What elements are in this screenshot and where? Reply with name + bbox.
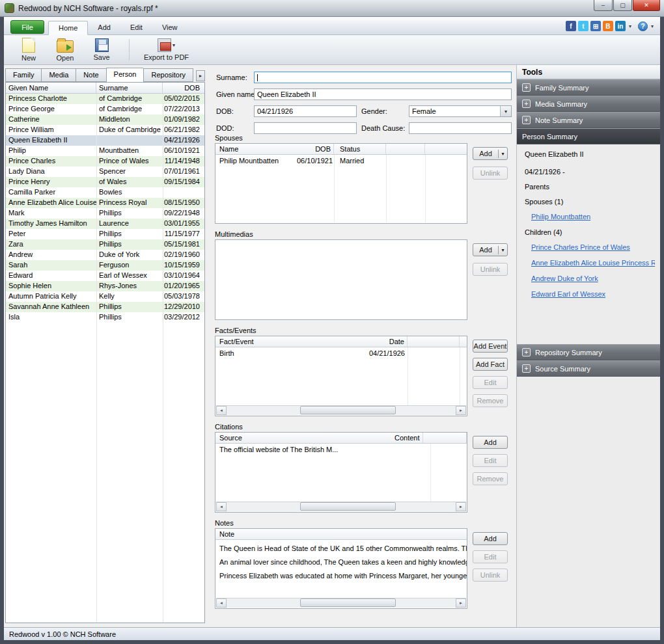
list-tab[interactable]: Repository (143, 68, 193, 82)
note-row[interactable]: The Queen is Head of State of the UK and… (215, 542, 467, 556)
child-link[interactable]: Edward Earl of Wessex (531, 290, 655, 298)
summary-section-header[interactable]: + Note Summary (517, 112, 660, 128)
summary-section-header[interactable]: + Family Summary (517, 79, 660, 96)
twitter-icon[interactable]: t (578, 21, 588, 31)
facts-remove-button[interactable]: Remove (473, 394, 508, 407)
citation-col-source[interactable]: Source (215, 433, 360, 443)
person-row[interactable]: Queen Elizabeth II 04/21/1926 (6, 135, 204, 146)
share-icon[interactable]: ⊞ (590, 21, 601, 31)
close-button[interactable]: ✕ (633, 0, 660, 11)
help-icon[interactable]: ? (638, 21, 648, 31)
person-row[interactable]: Prince William Duke of Cambridge 06/21/1… (6, 125, 204, 135)
fact-col-date[interactable]: Date (320, 336, 408, 347)
spouse-link[interactable]: Philip Mountbatten (531, 213, 655, 221)
fact-row[interactable]: Birth 04/21/1926 (215, 347, 467, 359)
spouse-row[interactable]: Philip Mountbatten 06/10/1921 Married (215, 155, 467, 167)
summary-section-header[interactable]: + Repository Summary (517, 344, 660, 360)
person-row[interactable]: Mark Phillips 09/22/1948 (6, 208, 204, 219)
scroll-thumb[interactable] (300, 502, 396, 511)
horizontal-scrollbar[interactable]: ◄ ► (216, 598, 466, 608)
scroll-right-arrow[interactable]: ► (456, 598, 466, 608)
note-col[interactable]: Note (215, 529, 467, 539)
menu-tab[interactable]: View (152, 20, 187, 34)
list-tab[interactable]: Family (5, 68, 41, 82)
scroll-track[interactable] (227, 406, 456, 415)
scroll-thumb[interactable] (300, 598, 396, 607)
save-button[interactable]: Save (83, 36, 120, 63)
person-row[interactable]: Sophie Helen Rhys-Jones 01/20/1965 (6, 281, 204, 291)
add-event-button[interactable]: Add Event (473, 340, 508, 353)
blogger-icon[interactable]: B (603, 21, 613, 31)
maximize-button[interactable]: ▢ (613, 0, 632, 11)
scroll-left-arrow[interactable]: ◄ (216, 406, 227, 415)
scroll-right-arrow[interactable]: ► (456, 502, 466, 511)
dob-input[interactable] (254, 105, 357, 117)
person-row[interactable]: Andrew Duke of York 02/19/1960 (6, 250, 204, 260)
horizontal-scrollbar[interactable]: ◄ ► (216, 405, 466, 415)
person-row[interactable]: Isla Phillips 03/29/2012 (6, 312, 204, 323)
scroll-right-arrow[interactable]: ► (456, 406, 466, 415)
death-cause-input[interactable] (409, 122, 512, 134)
titlebar[interactable]: Redwood by NCH Software - royals.rpf * –… (0, 0, 664, 17)
export-dropdown-arrow-icon[interactable]: ▾ (173, 42, 175, 48)
summary-section-header[interactable]: + Media Summary (517, 96, 660, 112)
dod-input[interactable] (254, 122, 357, 134)
person-row[interactable]: Lady Diana Spencer 07/01/1961 (6, 167, 204, 177)
child-link[interactable]: Prince Charles Prince of Wales (531, 243, 655, 251)
list-tab[interactable]: Note (76, 68, 105, 82)
person-row[interactable]: Prince George of Cambridge 07/22/2013 (6, 104, 204, 114)
person-row[interactable]: Savannah Anne Kathleen Phillips 12/29/20… (6, 302, 204, 312)
chevron-down-icon[interactable]: ▾ (500, 106, 511, 116)
new-button[interactable]: New (10, 36, 47, 63)
list-tab[interactable]: Media (41, 68, 76, 82)
surname-input[interactable] (254, 72, 512, 83)
note-row[interactable]: Princess Elizabeth was educated at home … (215, 569, 467, 583)
expand-icon[interactable]: + (522, 364, 531, 373)
column-header-given-name[interactable]: Given Name (6, 83, 96, 93)
spouse-col-status[interactable]: Status (334, 144, 386, 154)
notes-unlink-button[interactable]: Unlink (473, 569, 508, 582)
column-header-dob[interactable]: DOB (163, 83, 204, 93)
scroll-track[interactable] (227, 502, 456, 511)
person-row[interactable]: Anne Elizabeth Alice Louise Princess Roy… (6, 198, 204, 208)
tab-scroll-right-button[interactable]: ▸ (196, 70, 205, 81)
multimedias-unlink-button[interactable]: Unlink (473, 263, 508, 276)
linkedin-icon[interactable]: in (615, 21, 626, 31)
spouses-unlink-button[interactable]: Unlink (473, 167, 508, 180)
menu-tab[interactable]: Edit (120, 20, 152, 34)
citations-edit-button[interactable]: Edit (473, 454, 508, 467)
person-row[interactable]: Peter Phillips 11/15/1977 (6, 229, 204, 239)
person-row[interactable]: Autumn Patricia Kelly Kelly 05/03/1978 (6, 291, 204, 302)
expand-icon[interactable]: + (522, 83, 531, 92)
person-summary-header[interactable]: Person Summary (517, 128, 660, 144)
person-row[interactable]: Prince Henry of Wales 09/15/1984 (6, 177, 204, 187)
spouse-col-name[interactable]: Name (215, 144, 297, 154)
person-row[interactable]: Philip Mountbatten 06/10/1921 (6, 146, 204, 156)
multimedias-add-button[interactable]: Add▾ (473, 243, 508, 256)
person-row[interactable]: Camilla Parker Bowles (6, 187, 204, 198)
person-row[interactable]: Edward Earl of Wessex 03/10/1964 (6, 271, 204, 281)
gender-dropdown[interactable]: Female ▾ (409, 105, 512, 117)
summary-section-header[interactable]: + Source Summary (517, 360, 660, 377)
person-row[interactable]: Prince Charles Prince of Wales 11/14/194… (6, 156, 204, 167)
facts-edit-button[interactable]: Edit (473, 376, 508, 389)
child-link[interactable]: Andrew Duke of York (531, 275, 655, 282)
share-dropdown-arrow-icon[interactable]: ▾ (628, 23, 633, 29)
citations-add-button[interactable]: Add (473, 436, 508, 449)
citation-col-content[interactable]: Content (360, 433, 423, 443)
person-row[interactable]: Sarah Ferguson 10/15/1959 (6, 260, 204, 271)
citation-row[interactable]: The official website of The British M... (215, 444, 467, 455)
given-name-input[interactable] (254, 88, 512, 100)
notes-add-button[interactable]: Add (473, 532, 508, 545)
child-link[interactable]: Anne Elizabeth Alice Louise Princess Roy… (531, 259, 655, 267)
horizontal-scrollbar[interactable]: ◄ ► (216, 502, 466, 511)
list-tab[interactable]: Person (106, 68, 144, 82)
column-header-surname[interactable]: Surname (96, 83, 163, 93)
add-fact-button[interactable]: Add Fact (473, 358, 508, 371)
facebook-icon[interactable]: f (566, 21, 576, 31)
open-button[interactable]: Open (47, 36, 83, 63)
notes-edit-button[interactable]: Edit (473, 550, 508, 563)
menu-tab[interactable]: Home (48, 21, 88, 35)
menu-tab[interactable]: Add (88, 20, 120, 34)
scroll-left-arrow[interactable]: ◄ (216, 598, 227, 608)
